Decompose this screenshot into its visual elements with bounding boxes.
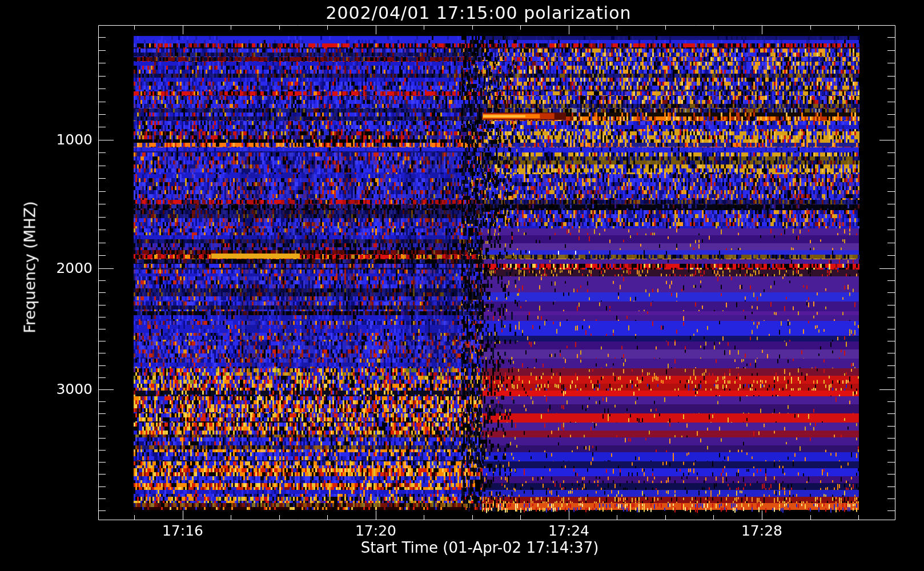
y-tick-label-3000: 3000 (47, 381, 93, 398)
y-tick-label-1000: 1000 (47, 131, 93, 148)
x-tick-label-1716: 17:16 (143, 523, 223, 539)
plot-title: 2002/04/01 17:15:00 polarization (250, 3, 707, 23)
spectrogram-canvas (0, 0, 924, 571)
x-tick-label-1720: 17:20 (336, 523, 416, 539)
spectrogram-screen: 2002/04/01 17:15:00 polarization Frequen… (0, 0, 924, 571)
x-tick-label-1728: 17:28 (722, 523, 802, 539)
y-axis-label: Frequency (MHZ) (21, 201, 39, 333)
y-tick-label-2000: 2000 (47, 260, 93, 277)
x-tick-label-1724: 17:24 (529, 523, 609, 539)
x-axis-label: Start Time (01-Apr-02 17:14:37) (280, 539, 680, 556)
